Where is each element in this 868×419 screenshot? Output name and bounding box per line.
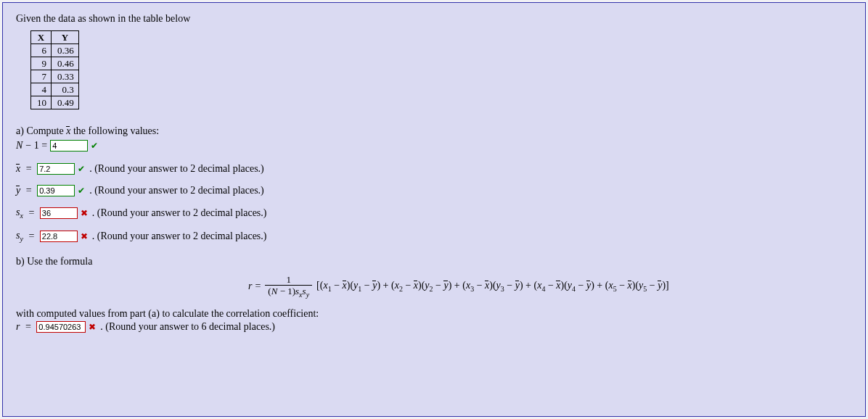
formula: r = 1 (N − 1)sxsy [(x1 − x)(y1 − y) + (x… (16, 275, 852, 299)
xbar-symbol: x (66, 125, 70, 137)
formula-r: r (248, 281, 252, 292)
input-n-minus-1[interactable] (50, 140, 88, 152)
data-table: X Y 60.3690.4670.3340.3100.49 (30, 30, 79, 109)
col-header-y: Y (52, 31, 79, 44)
label-r: r (16, 321, 20, 333)
check-icon: ✔ (78, 186, 86, 195)
label-minus1eq: − 1 = (25, 140, 47, 152)
row-xbar: x = ✔ . (Round your answer to 2 decimal … (16, 163, 852, 175)
row-sy: sy = ✖ . (Round your answer to 2 decimal… (16, 230, 852, 243)
table-cell-y: 0.36 (52, 44, 79, 57)
eq: = (23, 163, 34, 175)
formula-bracket: [(x1 − x)(y1 − y) + (x2 − x)(y2 − y) + (… (316, 280, 669, 293)
formula-fraction: 1 (N − 1)sxsy (265, 275, 312, 299)
eq: = (26, 207, 37, 219)
cross-icon: ✖ (89, 323, 97, 331)
table-cell-y: 0.46 (52, 57, 79, 70)
part-a-suffix: the following values: (70, 125, 159, 136)
question-panel: Given the data as shown in the table bel… (2, 2, 866, 417)
input-xbar[interactable] (37, 163, 75, 175)
row-n-minus-1: N − 1 = ✔ (16, 140, 852, 152)
part-b-postformula: with computed values from part (a) to ca… (16, 308, 852, 320)
cross-icon: ✖ (81, 232, 89, 241)
input-sx[interactable] (40, 207, 78, 219)
part-a-prefix: a) Compute (16, 125, 66, 136)
label-sy: sy (16, 230, 23, 243)
row-sx: sx = ✖ . (Round your answer to 2 decimal… (16, 207, 852, 220)
table-cell-x: 9 (31, 57, 52, 70)
row-r: r = ✖ . (Round your answer to 6 decimal … (16, 321, 852, 333)
intro-text: Given the data as shown in the table bel… (16, 13, 852, 25)
hint-ybar: . (Round your answer to 2 decimal places… (89, 185, 264, 196)
hint-r: . (Round your answer to 6 decimal places… (100, 321, 275, 333)
table-cell-x: 10 (31, 96, 52, 109)
eq: = (26, 231, 37, 242)
check-icon: ✔ (91, 141, 99, 150)
formula-den: (N − 1)sxsy (265, 285, 312, 299)
hint-sx: . (Round your answer to 2 decimal places… (92, 207, 267, 219)
col-header-x: X (31, 31, 52, 44)
hint-sy: . (Round your answer to 2 decimal places… (92, 231, 267, 242)
table-cell-y: 0.49 (52, 96, 79, 109)
label-N: N (16, 140, 22, 152)
part-b-prompt: b) Use the formula (16, 256, 852, 267)
label-xbar: x (16, 163, 20, 175)
label-ybar: y (16, 185, 20, 196)
table-cell-y: 0.3 (52, 83, 79, 96)
check-icon: ✔ (78, 165, 86, 173)
input-ybar[interactable] (37, 185, 75, 196)
row-ybar: y = ✔ . (Round your answer to 2 decimal … (16, 185, 852, 196)
input-r[interactable] (36, 321, 86, 333)
input-sy[interactable] (40, 231, 78, 242)
table-cell-x: 7 (31, 70, 52, 83)
eq: = (22, 321, 33, 333)
formula-eq: = (255, 281, 261, 292)
cross-icon: ✖ (81, 209, 89, 217)
hint-xbar: . (Round your answer to 2 decimal places… (89, 163, 264, 175)
table-cell-y: 0.33 (52, 70, 79, 83)
table-cell-x: 6 (31, 44, 52, 57)
label-sx: sx (16, 207, 23, 220)
eq: = (23, 185, 34, 196)
table-cell-x: 4 (31, 83, 52, 96)
part-a-prompt: a) Compute x the following values: (16, 125, 852, 137)
formula-num: 1 (283, 275, 294, 285)
